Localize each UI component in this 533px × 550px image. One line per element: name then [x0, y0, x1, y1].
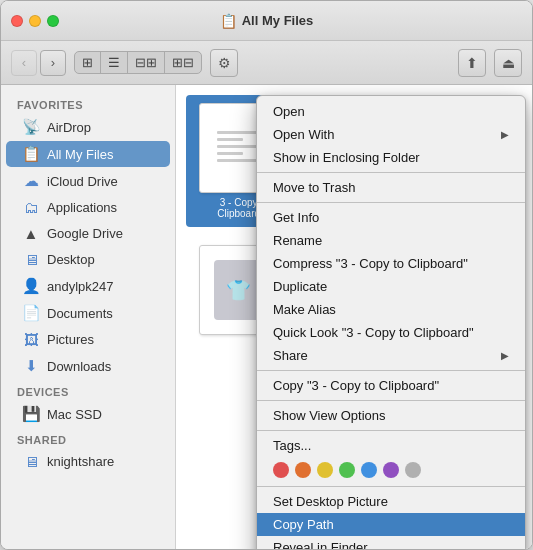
- all-my-files-icon: 📋: [22, 145, 40, 163]
- ctx-share[interactable]: Share ▶: [257, 344, 525, 367]
- tag-red[interactable]: [273, 462, 289, 478]
- ctx-sep-3: [257, 370, 525, 371]
- view-list-btn[interactable]: ☰: [101, 52, 128, 73]
- ctx-duplicate[interactable]: Duplicate: [257, 275, 525, 298]
- ctx-share-arrow: ▶: [501, 350, 509, 361]
- sidebar-item-google-drive[interactable]: ▲ Google Drive: [6, 221, 170, 246]
- view-buttons: ⊞ ☰ ⊟⊞ ⊞⊟: [74, 51, 202, 74]
- desktop-icon: 🖥: [22, 251, 40, 268]
- ctx-tag-colors: [257, 457, 525, 483]
- sidebar-item-user[interactable]: 👤 andylpk247: [6, 273, 170, 299]
- airdrop-label: AirDrop: [47, 120, 91, 135]
- documents-label: Documents: [47, 306, 113, 321]
- ctx-sep-1: [257, 172, 525, 173]
- sidebar-item-mac-ssd[interactable]: 💾 Mac SSD: [6, 401, 170, 427]
- icloud-icon: ☁: [22, 172, 40, 190]
- tag-purple[interactable]: [383, 462, 399, 478]
- devices-label: Devices: [1, 380, 175, 400]
- google-drive-icon: ▲: [22, 225, 40, 242]
- applications-icon: 🗂: [22, 199, 40, 216]
- desktop-label: Desktop: [47, 252, 95, 267]
- main-content: Favorites 📡 AirDrop 📋 All My Files ☁ iCl…: [1, 85, 532, 549]
- sidebar-item-applications[interactable]: 🗂 Applications: [6, 195, 170, 220]
- minimize-button[interactable]: [29, 15, 41, 27]
- ctx-copy-path[interactable]: Copy Path: [257, 513, 525, 536]
- sidebar-item-downloads[interactable]: ⬇ Downloads: [6, 353, 170, 379]
- ctx-sep-2: [257, 202, 525, 203]
- sidebar-item-knightshare[interactable]: 🖥 knightshare: [6, 449, 170, 474]
- ctx-move-trash[interactable]: Move to Trash: [257, 176, 525, 199]
- shared-label: Shared: [1, 428, 175, 448]
- back-button[interactable]: ‹: [11, 50, 37, 76]
- sidebar-item-airdrop[interactable]: 📡 AirDrop: [6, 114, 170, 140]
- ctx-compress[interactable]: Compress "3 - Copy to Clipboard": [257, 252, 525, 275]
- all-my-files-label: All My Files: [47, 147, 113, 162]
- ctx-get-info[interactable]: Get Info: [257, 206, 525, 229]
- ctx-sep-5: [257, 430, 525, 431]
- sidebar-item-all-my-files[interactable]: 📋 All My Files: [6, 141, 170, 167]
- ctx-make-alias[interactable]: Make Alias: [257, 298, 525, 321]
- ctx-set-desktop[interactable]: Set Desktop Picture: [257, 490, 525, 513]
- airdrop-icon: 📡: [22, 118, 40, 136]
- downloads-label: Downloads: [47, 359, 111, 374]
- ctx-open[interactable]: Open: [257, 100, 525, 123]
- nav-buttons: ‹ ›: [11, 50, 66, 76]
- google-drive-label: Google Drive: [47, 226, 123, 241]
- ctx-open-with-arrow: ▶: [501, 129, 509, 140]
- tag-green[interactable]: [339, 462, 355, 478]
- mac-ssd-icon: 💾: [22, 405, 40, 423]
- sidebar-item-pictures[interactable]: 🖼 Pictures: [6, 327, 170, 352]
- ctx-show-enclosing[interactable]: Show in Enclosing Folder: [257, 146, 525, 169]
- ctx-reveal-finder[interactable]: Reveal in Finder: [257, 536, 525, 549]
- ctx-show-view-options[interactable]: Show View Options: [257, 404, 525, 427]
- ctx-sep-4: [257, 400, 525, 401]
- close-button[interactable]: [11, 15, 23, 27]
- tag-yellow[interactable]: [317, 462, 333, 478]
- gear-button[interactable]: ⚙: [210, 49, 238, 77]
- context-menu-overlay: Open Open With ▶ Show in Enclosing Folde…: [176, 85, 532, 549]
- eject-button[interactable]: ⏏: [494, 49, 522, 77]
- user-icon: 👤: [22, 277, 40, 295]
- title-text: All My Files: [242, 13, 314, 28]
- finder-window: 📋 All My Files ‹ › ⊞ ☰ ⊟⊞ ⊞⊟ ⚙ ⬆ ⏏ Favor…: [0, 0, 533, 550]
- titlebar: 📋 All My Files: [1, 1, 532, 41]
- pictures-label: Pictures: [47, 332, 94, 347]
- downloads-icon: ⬇: [22, 357, 40, 375]
- knightshare-icon: 🖥: [22, 453, 40, 470]
- view-gallery-btn[interactable]: ⊞⊟: [165, 52, 201, 73]
- context-menu: Open Open With ▶ Show in Enclosing Folde…: [256, 95, 526, 549]
- sidebar-item-documents[interactable]: 📄 Documents: [6, 300, 170, 326]
- forward-button[interactable]: ›: [40, 50, 66, 76]
- ctx-rename[interactable]: Rename: [257, 229, 525, 252]
- mac-ssd-label: Mac SSD: [47, 407, 102, 422]
- ctx-quick-look[interactable]: Quick Look "3 - Copy to Clipboard": [257, 321, 525, 344]
- maximize-button[interactable]: [47, 15, 59, 27]
- ctx-copy-clipboard[interactable]: Copy "3 - Copy to Clipboard": [257, 374, 525, 397]
- traffic-lights: [11, 15, 59, 27]
- file-area: 3 - CopyClipboard receipt: [176, 85, 532, 549]
- ctx-sep-6: [257, 486, 525, 487]
- window-title: 📋 All My Files: [220, 13, 314, 29]
- tag-gray[interactable]: [405, 462, 421, 478]
- ctx-open-with[interactable]: Open With ▶: [257, 123, 525, 146]
- sidebar-item-icloud[interactable]: ☁ iCloud Drive: [6, 168, 170, 194]
- icloud-label: iCloud Drive: [47, 174, 118, 189]
- user-label: andylpk247: [47, 279, 114, 294]
- favorites-label: Favorites: [1, 93, 175, 113]
- knightshare-label: knightshare: [47, 454, 114, 469]
- title-icon: 📋: [220, 13, 237, 29]
- view-column-btn[interactable]: ⊟⊞: [128, 52, 165, 73]
- share-button[interactable]: ⬆: [458, 49, 486, 77]
- view-icon-btn[interactable]: ⊞: [75, 52, 101, 73]
- tag-blue[interactable]: [361, 462, 377, 478]
- applications-label: Applications: [47, 200, 117, 215]
- sidebar-item-desktop[interactable]: 🖥 Desktop: [6, 247, 170, 272]
- documents-icon: 📄: [22, 304, 40, 322]
- tag-orange[interactable]: [295, 462, 311, 478]
- ctx-tags-label[interactable]: Tags...: [257, 434, 525, 457]
- sidebar: Favorites 📡 AirDrop 📋 All My Files ☁ iCl…: [1, 85, 176, 549]
- pictures-icon: 🖼: [22, 331, 40, 348]
- toolbar: ‹ › ⊞ ☰ ⊟⊞ ⊞⊟ ⚙ ⬆ ⏏: [1, 41, 532, 85]
